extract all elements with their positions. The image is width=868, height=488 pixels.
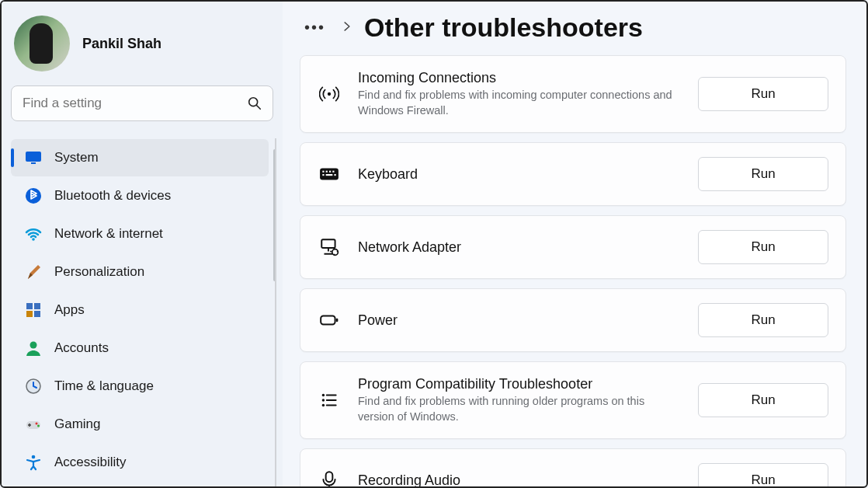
sidebar-item-label: Accessibility [54, 455, 127, 470]
run-button[interactable]: Run [698, 157, 828, 191]
sidebar-item-label: Gaming [54, 417, 101, 432]
sidebar-item-gaming[interactable]: Gaming [11, 406, 269, 443]
troubleshooter-card: Network AdapterRun [300, 215, 846, 279]
list-icon [318, 389, 341, 412]
card-body: Power [358, 312, 681, 329]
sidebar-item-time-language[interactable]: Time & language [11, 368, 269, 405]
card-body: Incoming ConnectionsFind and fix problem… [358, 70, 681, 118]
card-title: Power [358, 312, 681, 329]
card-title: Network Adapter [358, 239, 681, 256]
header: ••• Other troubleshooters [300, 12, 849, 43]
clock-icon [25, 378, 42, 395]
search-box [11, 85, 273, 121]
sidebar-item-label: Network & internet [54, 226, 163, 242]
card-body: Network Adapter [358, 239, 681, 256]
sidebar-item-label: Apps [54, 302, 85, 318]
avatar [14, 16, 70, 71]
bluetooth-icon [25, 187, 42, 204]
breadcrumb-overflow-button[interactable]: ••• [300, 16, 330, 40]
apps-icon [25, 302, 42, 319]
person-icon [25, 340, 42, 357]
card-title: Incoming Connections [358, 70, 681, 86]
sidebar-item-label: Accounts [54, 340, 109, 356]
gamepad-icon [25, 416, 42, 433]
sidebar-item-accounts[interactable]: Accounts [11, 329, 269, 367]
run-button[interactable]: Run [698, 303, 828, 337]
troubleshooter-card: Incoming ConnectionsFind and fix problem… [300, 55, 846, 133]
search-input[interactable] [11, 85, 273, 121]
troubleshooter-card: Recording AudioRun [300, 448, 846, 486]
troubleshooter-list: Incoming ConnectionsFind and fix problem… [300, 55, 849, 486]
user-name: Pankil Shah [82, 36, 161, 52]
broadcast-icon [318, 82, 341, 106]
accessibility-icon [25, 454, 42, 471]
troubleshooter-card: KeyboardRun [300, 142, 846, 206]
card-description: Find and fix problems with running older… [358, 394, 681, 424]
run-button[interactable]: Run [698, 383, 828, 417]
sidebar-item-bluetooth-devices[interactable]: Bluetooth & devices [11, 177, 269, 214]
main-panel: ••• Other troubleshooters Incoming Conne… [283, 2, 866, 486]
chevron-right-icon [341, 19, 353, 37]
troubleshooter-card: PowerRun [300, 288, 846, 352]
card-title: Keyboard [358, 166, 681, 183]
sidebar-item-accessibility[interactable]: Accessibility [11, 444, 269, 481]
wifi-icon [25, 225, 42, 242]
page-title: Other troubleshooters [364, 12, 643, 43]
troubleshooter-card: Program Compatibility TroubleshooterFind… [300, 361, 846, 439]
brush-icon [25, 263, 42, 281]
sidebar: Pankil Shah SystemBluetooth & devicesNet… [2, 2, 283, 486]
sidebar-item-label: Bluetooth & devices [54, 188, 171, 204]
card-body: Recording Audio [358, 472, 681, 486]
sidebar-nav: SystemBluetooth & devicesNetwork & inter… [11, 138, 276, 486]
card-body: Program Compatibility TroubleshooterFind… [358, 376, 681, 424]
sidebar-item-network-internet[interactable]: Network & internet [11, 215, 269, 253]
run-button[interactable]: Run [698, 77, 828, 111]
card-description: Find and fix problems with incoming comp… [358, 88, 681, 118]
sidebar-item-label: Time & language [54, 378, 154, 394]
card-body: Keyboard [358, 166, 681, 183]
sidebar-item-label: System [54, 150, 99, 166]
sidebar-item-apps[interactable]: Apps [11, 291, 269, 329]
network-icon [318, 235, 341, 259]
sidebar-item-personalization[interactable]: Personalization [11, 253, 269, 291]
run-button[interactable]: Run [698, 463, 828, 486]
keyboard-icon [318, 162, 341, 186]
monitor-icon [25, 149, 42, 166]
sidebar-item-label: Personalization [54, 264, 144, 280]
battery-icon [318, 308, 341, 332]
user-profile[interactable]: Pankil Shah [11, 11, 276, 85]
card-title: Recording Audio [358, 472, 681, 486]
card-title: Program Compatibility Troubleshooter [358, 376, 681, 392]
sidebar-item-system[interactable]: System [11, 139, 269, 176]
run-button[interactable]: Run [698, 230, 828, 264]
search-icon [247, 96, 262, 114]
mic-icon [318, 469, 341, 486]
